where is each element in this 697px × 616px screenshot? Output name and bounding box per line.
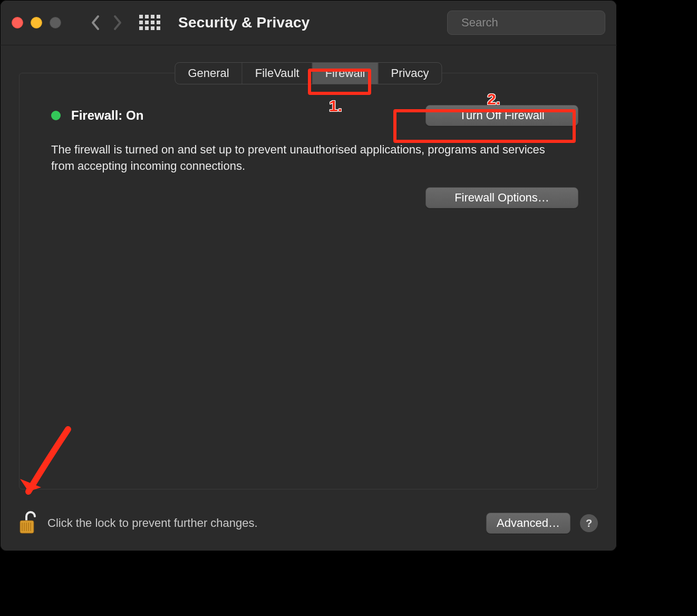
tab-firewall[interactable]: Firewall xyxy=(313,63,379,84)
forward-button[interactable] xyxy=(110,15,125,31)
preferences-window: Security & Privacy General FileVault Fir… xyxy=(0,0,617,551)
turn-off-firewall-button[interactable]: Turn Off Firewall xyxy=(425,105,578,126)
advanced-button[interactable]: Advanced… xyxy=(486,513,570,534)
content-area: General FileVault Firewall Privacy Firew… xyxy=(0,45,617,551)
back-button[interactable] xyxy=(88,15,103,31)
window-title: Security & Privacy xyxy=(178,14,310,31)
toolbar: Security & Privacy xyxy=(0,0,617,45)
window-controls xyxy=(12,17,61,28)
tab-privacy[interactable]: Privacy xyxy=(378,63,441,84)
help-button[interactable]: ? xyxy=(580,514,598,532)
zoom-window-button[interactable] xyxy=(50,17,61,28)
minimize-window-button[interactable] xyxy=(31,17,42,28)
lock-hint-text: Click the lock to prevent further change… xyxy=(47,516,258,530)
tab-filevault[interactable]: FileVault xyxy=(243,63,313,84)
status-indicator-icon xyxy=(51,111,61,120)
firewall-options-button[interactable]: Firewall Options… xyxy=(425,187,578,208)
settings-panel: General FileVault Firewall Privacy Firew… xyxy=(19,73,598,489)
lock-open-icon[interactable] xyxy=(19,511,38,535)
footer: Click the lock to prevent further change… xyxy=(19,511,598,535)
close-window-button[interactable] xyxy=(12,17,23,28)
firewall-status-label: Firewall: On xyxy=(71,108,143,123)
show-all-icon[interactable] xyxy=(139,15,160,30)
search-input[interactable] xyxy=(461,16,606,30)
tab-general[interactable]: General xyxy=(175,63,242,84)
tabs-segmented-control: General FileVault Firewall Privacy xyxy=(175,62,442,84)
search-field[interactable] xyxy=(447,11,605,35)
firewall-description: The firewall is turned on and set up to … xyxy=(51,142,555,175)
